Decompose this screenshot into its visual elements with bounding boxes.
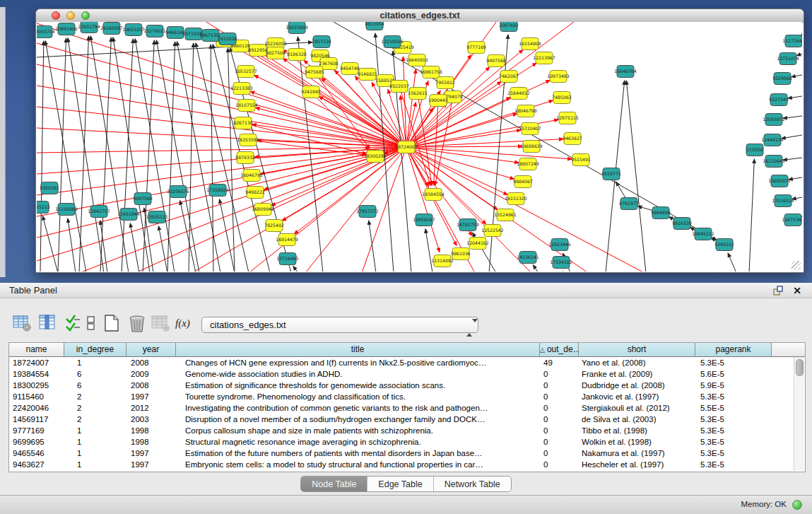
graph-node[interactable]: 9529966 — [772, 73, 792, 85]
table-cell[interactable]: 1998 — [126, 425, 176, 436]
table-row[interactable]: 2242004622012Investigating the contribut… — [9, 402, 805, 414]
table-row[interactable]: 946362711997Embryonic stem cells: a mode… — [9, 459, 805, 470]
table-cell[interactable]: de Silva et al. (2003) — [579, 414, 695, 425]
select-columns-icon[interactable] — [65, 314, 85, 334]
table-cell[interactable]: 14569117 — [9, 414, 64, 425]
column-header-out_de[interactable]: △out_de… — [540, 343, 579, 357]
table-cell[interactable]: 0 — [540, 425, 579, 436]
table-cell[interactable]: Hescheler et al. (1997) — [579, 459, 695, 470]
graph-node[interactable]: 19384554 — [422, 189, 445, 201]
graph-node[interactable]: 9827508 — [266, 47, 286, 59]
table-cell[interactable]: Nakamura et al. (1997) — [579, 448, 695, 459]
graph-node[interactable]: 16782759 — [457, 219, 479, 231]
table-cell[interactable]: 5.3E-5 — [695, 391, 772, 402]
table-cell[interactable]: 19384554 — [9, 368, 64, 380]
table-cell[interactable]: Corpus callosum shape and size in male p… — [176, 425, 540, 436]
table-cell[interactable]: 0 — [540, 368, 579, 380]
table-cell[interactable]: Disruption of a novel member of a sodium… — [176, 414, 540, 425]
graph-node[interactable]: 16154808 — [519, 38, 541, 50]
table-cell[interactable]: Stergiakouli et al. (2012) — [579, 402, 695, 414]
graph-node[interactable]: 10973493 — [547, 71, 570, 83]
table-cell[interactable]: 9465546 — [9, 448, 64, 459]
graph-node[interactable]: 1562615 — [408, 88, 428, 100]
graph-node[interactable]: 12093872 — [763, 114, 785, 126]
table-cell[interactable]: 1 — [64, 357, 126, 368]
table-cell[interactable]: 6 — [64, 368, 126, 380]
graph-node[interactable]: 12044162 — [466, 238, 489, 250]
table-row[interactable]: 969969511998Structural magnetic resonanc… — [9, 436, 805, 448]
table-cell[interactable]: 1 — [64, 436, 126, 448]
graph-node[interactable]: 9146821 — [358, 69, 377, 81]
table-cell[interactable]: 5.3E-5 — [695, 357, 772, 368]
graph-node[interactable]: 7955812 — [435, 77, 455, 89]
graph-node[interactable]: 16809948 — [252, 204, 274, 216]
table-cell[interactable]: Embryonic stem cells: a model to study s… — [176, 459, 540, 470]
graph-node[interactable]: 16046798 — [240, 170, 263, 182]
column-header-pagerank[interactable]: pagerank — [695, 343, 772, 357]
table-cell[interactable]: 0 — [540, 402, 579, 414]
table-cell[interactable]: 2009 — [126, 368, 176, 380]
table-cell[interactable]: Genome-wide association studies in ADHD. — [176, 368, 540, 380]
table-cell[interactable]: Investigating the contribution of common… — [176, 402, 540, 414]
graph-node[interactable]: 15751074 — [777, 53, 799, 65]
graph-node[interactable]: 12975115 — [556, 112, 579, 124]
graph-node[interactable]: 26160597 — [100, 23, 123, 35]
graph-node[interactable]: 10653257 — [122, 24, 145, 36]
table-cell[interactable]: 5.5E-5 — [695, 402, 772, 414]
graph-node[interactable]: 9498222 — [245, 187, 265, 199]
table-cell[interactable]: 6 — [64, 380, 126, 391]
graph-node[interactable]: 9777169 — [466, 42, 486, 54]
graph-node[interactable]: 12213967 — [533, 52, 555, 64]
graph-node[interactable]: 18107554 — [235, 100, 258, 112]
graph-node[interactable]: 10532577 — [235, 66, 257, 78]
table-cell[interactable]: 0 — [540, 414, 579, 425]
graph-node[interactable]: 14055714 — [37, 26, 55, 38]
table-row[interactable]: 977716911998Corpus callosum shape and si… — [9, 425, 805, 436]
table-cell[interactable]: 0 — [540, 380, 579, 391]
close-panel-icon[interactable]: ✕ — [791, 285, 804, 296]
column-header-year[interactable]: year — [126, 343, 176, 357]
graph-node[interactable]: 11451944 — [117, 209, 140, 221]
graph-node[interactable]: 9816320 — [672, 218, 692, 230]
column-header-in_degree[interactable]: in_degree — [64, 343, 126, 357]
graph-node[interactable]: 16945212 — [692, 228, 714, 240]
table-cell[interactable]: 1997 — [126, 448, 176, 459]
column-header-title[interactable]: title — [176, 343, 540, 357]
table-cell[interactable]: 0 — [540, 391, 579, 402]
graph-node[interactable]: 3915213 — [37, 201, 50, 214]
show-columns-icon[interactable] — [39, 314, 59, 334]
table-row[interactable]: 911546021997Tourette syndrome. Phenomeno… — [9, 391, 805, 402]
graph-node[interactable]: 9515491 — [571, 154, 591, 166]
table-cell[interactable]: 2 — [64, 402, 126, 414]
graph-node[interactable]: 12522542 — [481, 225, 504, 237]
graph-node[interactable]: 11172644 — [782, 35, 802, 47]
table-cell[interactable]: 5.3E-5 — [695, 425, 772, 436]
scrollbar-thumb[interactable] — [796, 359, 804, 376]
graph-node[interactable]: 9884067 — [513, 176, 533, 188]
table-cell[interactable]: Changes of HCN gene expression and I(f) … — [176, 357, 540, 368]
table-cell[interactable]: 1998 — [126, 436, 176, 448]
graph-node[interactable]: 215958 — [746, 144, 763, 156]
graph-node[interactable]: 22931794 — [78, 22, 100, 33]
graph-node[interactable]: 12942757 — [88, 206, 110, 218]
graph-node[interactable]: 8878332 — [235, 152, 255, 164]
graph-node[interactable]: 16640910 — [406, 54, 428, 66]
graph-node[interactable]: 7615526 — [218, 33, 237, 45]
table-row[interactable]: 1830029562008Estimation of significance … — [9, 380, 805, 391]
graph-node[interactable]: 12218506 — [381, 36, 404, 48]
graph-node[interactable]: 2087682 — [499, 22, 519, 32]
graph-node[interactable]: 16353593 — [237, 134, 259, 146]
table-cell[interactable]: 2003 — [126, 414, 176, 425]
graph-node[interactable]: 9475685 — [305, 66, 324, 78]
table-cell[interactable]: 0 — [540, 459, 579, 470]
table-cell[interactable]: 5.9E-5 — [695, 380, 772, 391]
table-settings-icon[interactable] — [13, 314, 33, 334]
table-scrollbar[interactable] — [794, 357, 804, 471]
graph-node[interactable]: 7462067 — [499, 71, 519, 83]
graph-node[interactable]: 18300295 — [364, 151, 387, 163]
new-file-icon[interactable] — [102, 314, 122, 334]
table-cell[interactable]: Structural magnetic resonance image aver… — [176, 436, 540, 448]
table-cell[interactable]: 2008 — [126, 380, 176, 391]
delete-trash-icon[interactable] — [127, 314, 147, 334]
graph-node[interactable]: 16210643 — [763, 156, 785, 168]
